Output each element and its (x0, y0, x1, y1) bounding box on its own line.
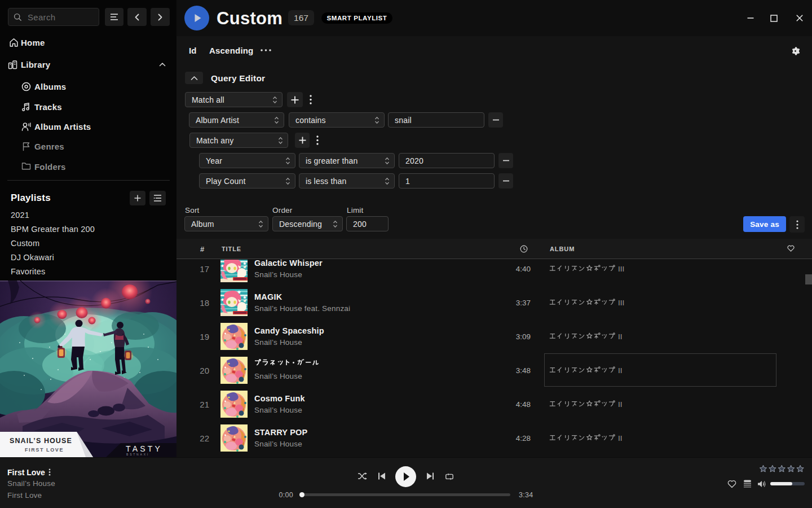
svg-text:TASTY: TASTY (126, 444, 162, 453)
svg-text:SNAIL’S HOUSE: SNAIL’S HOUSE (10, 437, 72, 445)
svg-text:BSTNAXI: BSTNAXI (126, 453, 149, 456)
svg-text:FIRST LOVE: FIRST LOVE (25, 447, 64, 453)
